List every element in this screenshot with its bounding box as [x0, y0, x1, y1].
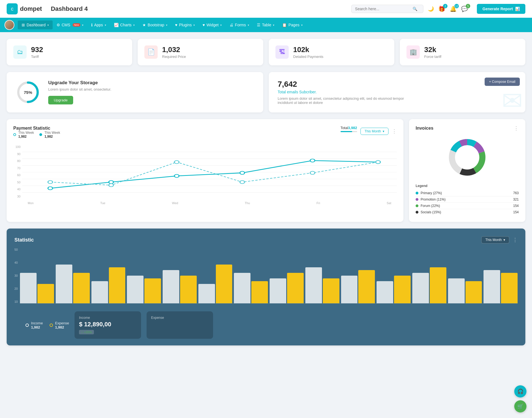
income-badge: ↑ +15% — [79, 330, 94, 334]
legend-row-forum: Forum (22%) 154 — [416, 203, 519, 209]
bell-badge: 12 — [454, 4, 459, 8]
bar-yellow-3 — [144, 278, 161, 303]
x-fri: Fri — [316, 201, 320, 205]
legend-dot-1 — [39, 133, 42, 136]
search-input[interactable] — [355, 7, 410, 11]
more-options-icon[interactable]: ⋮ — [392, 129, 397, 134]
nav-item-charts[interactable]: 📈 Charts ▾ — [110, 20, 139, 29]
bar-white-4 — [163, 270, 179, 303]
bar-yellow-8 — [323, 278, 339, 303]
legend-value-promotion: 321 — [513, 198, 519, 201]
search-icon[interactable]: 🔍 — [413, 7, 417, 11]
bar-yellow-6 — [251, 281, 268, 303]
legend-row-promotion: Promotion (11%) 321 — [416, 196, 519, 203]
svg-point-19 — [310, 171, 315, 174]
bar-yellow-10 — [394, 276, 411, 303]
nav-item-forms[interactable]: 🖨 Forms ▾ — [226, 20, 253, 29]
svg-point-9 — [48, 187, 53, 190]
bar-yellow-9 — [358, 270, 375, 303]
bar-yellow-5 — [216, 265, 232, 303]
total-value: 3,982 — [348, 126, 357, 130]
legend-color-socials — [416, 211, 418, 214]
legend-left-promotion: Promotion (11%) — [416, 198, 446, 201]
legend-dot-0 — [13, 133, 16, 136]
nav-item-bootstrap[interactable]: ★ Bootstrap ▾ — [139, 20, 171, 29]
statistic-card: Statistic This Month ▾ ⋮ 50 40 30 20 10 — [7, 229, 525, 345]
income-panel-label: Income — [79, 316, 137, 320]
statistic-this-month-button[interactable]: This Month ▾ — [481, 236, 509, 243]
bar-group-9 — [341, 270, 375, 303]
legend-left-primary: Primary (27%) — [416, 191, 442, 195]
tariff-label: Tariff — [31, 55, 43, 59]
svg-point-16 — [109, 184, 114, 187]
bar-group-5 — [198, 265, 232, 303]
email-card-description: Lorem ipsum dolor sit amet, consectetur … — [278, 96, 411, 105]
cms-new-badge: New — [73, 23, 80, 27]
search-bar[interactable]: 🔍 — [351, 5, 423, 13]
bar-yellow-13 — [501, 273, 518, 303]
y-90: 90 — [13, 152, 21, 156]
payment-chart-legend: This Week 1,982 This Week 1,982 — [13, 131, 60, 139]
upgrade-button[interactable]: Upgrade — [48, 96, 73, 104]
pages-icon: 📋 — [282, 23, 287, 27]
bar-yellow-11 — [430, 267, 446, 303]
x-thu: Thu — [245, 201, 250, 205]
x-axis-labels: Mon Tue Wed Thu Fri Sat — [22, 201, 397, 205]
chevron-down-icon-pages: ▾ — [301, 24, 303, 27]
gift-btn[interactable]: 🎁 2 — [438, 6, 445, 12]
notification-btn[interactable]: 🔔 12 — [450, 6, 457, 12]
x-mon: Mon — [28, 201, 34, 205]
payment-chart-title: Payment Statistic — [13, 126, 60, 131]
logo[interactable]: c dompet — [7, 3, 42, 14]
line-chart-svg — [22, 145, 397, 201]
stat-card-force-tariff: 🏢 32k Force tariff — [400, 39, 525, 65]
bar-group-12 — [448, 278, 482, 303]
detailed-payments-info: 102k Detailed Payments — [293, 45, 323, 59]
svg-point-18 — [240, 181, 245, 184]
bar-white-2 — [91, 281, 108, 303]
statistic-title: Statistic — [14, 237, 34, 243]
nav-label-table: Table — [262, 23, 271, 27]
nav-item-pages[interactable]: 📋 Pages ▾ — [278, 20, 306, 29]
nav-item-widget[interactable]: ♥ Widget ▾ — [199, 20, 226, 29]
legend-title: Legend — [416, 184, 519, 188]
legend-left-socials: Socials (15%) — [416, 210, 441, 214]
chat-btn[interactable]: 💬 5 — [461, 6, 468, 12]
nav-item-table[interactable]: ☰ Table ▾ — [253, 20, 278, 29]
bar-white-0 — [20, 273, 37, 303]
nav-item-dashboard[interactable]: ⊞ Dashboard ▾ — [18, 20, 53, 29]
generate-report-button[interactable]: Generate Report 📊 — [477, 4, 525, 14]
chevron-down-icon-apps: ▾ — [105, 24, 106, 27]
nav-item-cms[interactable]: ⚙ CMS New ▾ — [53, 20, 87, 29]
chevron-down-icon-cms: ▾ — [82, 24, 83, 27]
invoices-header: Invoices ⋮ — [416, 126, 519, 131]
legend-item-1: This Week 1,982 — [39, 131, 60, 139]
statistic-more-icon[interactable]: ⋮ — [513, 237, 518, 242]
y-axis: 100 90 80 70 60 50 40 30 — [13, 145, 22, 205]
chevron-down-icon: ▾ — [47, 24, 49, 27]
gift-badge: 2 — [443, 4, 447, 8]
storage-info: Upgrade Your Storage Lorem ipsum dolor s… — [48, 80, 111, 104]
svg-point-12 — [240, 171, 245, 174]
legend-label-0: This Week — [18, 131, 34, 135]
nav-item-plugins[interactable]: ♥ Plugins ▾ — [171, 20, 199, 29]
dropdown-arrow-stat: ▾ — [503, 238, 505, 242]
detailed-payments-number: 102k — [293, 45, 323, 54]
line-chart-svg-area: Mon Tue Wed Thu Fri Sat — [22, 145, 397, 205]
email-bg-icon: ✉ — [502, 86, 523, 112]
svg-point-17 — [174, 161, 179, 164]
svg-point-13 — [310, 159, 315, 162]
charts-row: Payment Statistic This Week 1,982 — [7, 119, 525, 222]
moon-icon[interactable]: 🌙 — [428, 6, 434, 12]
this-month-label: This Month — [365, 129, 381, 133]
invoices-more-icon[interactable]: ⋮ — [514, 126, 519, 131]
nav-item-apps[interactable]: ℹ Apps ▾ — [87, 20, 110, 29]
bar-yellow-1 — [73, 273, 90, 303]
user-avatar[interactable] — [4, 20, 14, 30]
legend-row-primary: Primary (27%) 763 — [416, 190, 519, 196]
compose-email-button[interactable]: + Compose Email — [485, 78, 520, 86]
bar-group-7 — [270, 273, 304, 303]
bar-group-11 — [412, 267, 446, 303]
income-legend-value: 1,982 — [31, 325, 43, 329]
this-month-button[interactable]: This Month ▾ — [360, 128, 388, 135]
